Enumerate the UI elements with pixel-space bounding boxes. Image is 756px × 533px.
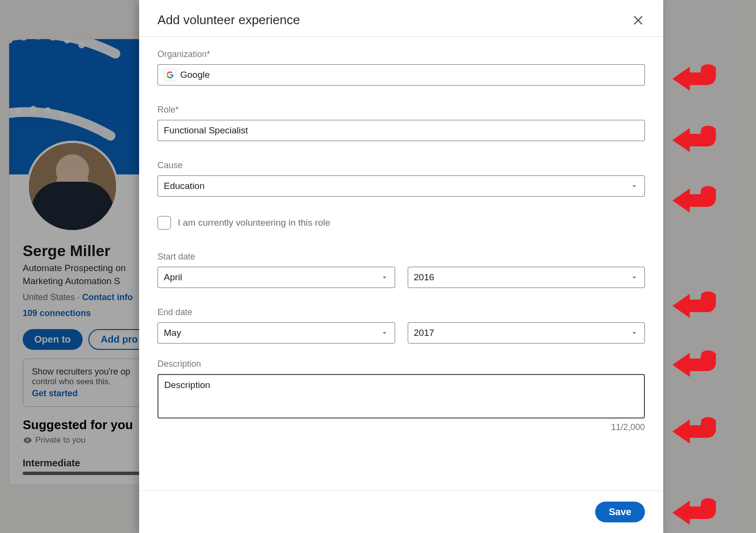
chevron-down-icon xyxy=(380,329,389,337)
start-year-select[interactable]: 2016 xyxy=(408,267,645,288)
end-date-label: End date xyxy=(157,307,645,317)
annotation-arrow xyxy=(672,290,716,322)
annotation-arrow xyxy=(672,416,716,447)
role-label: Role* xyxy=(157,105,645,115)
google-icon xyxy=(164,69,176,81)
role-input[interactable] xyxy=(157,120,645,141)
currently-volunteering-checkbox[interactable] xyxy=(157,216,171,230)
cause-label: Cause xyxy=(157,160,645,171)
organization-label: Organization* xyxy=(157,49,645,59)
annotation-arrow xyxy=(672,497,716,529)
annotation-arrow xyxy=(672,124,716,156)
start-month-select[interactable]: April xyxy=(157,267,395,288)
cause-select[interactable]: Education xyxy=(157,175,645,197)
annotation-arrow xyxy=(672,63,716,95)
close-icon xyxy=(631,14,645,27)
end-year-select[interactable]: 2017 xyxy=(408,322,645,344)
char-count: 11/2,000 xyxy=(157,422,645,432)
chevron-down-icon xyxy=(380,273,389,282)
modal-title: Add volunteer experience xyxy=(157,13,300,28)
description-textarea[interactable] xyxy=(157,374,645,418)
add-volunteer-modal: Add volunteer experience Organization* G… xyxy=(139,0,663,533)
description-label: Description xyxy=(157,359,645,369)
annotation-arrow xyxy=(672,349,716,381)
start-date-label: Start date xyxy=(157,252,645,262)
currently-volunteering-label: I am currently volunteering in this role xyxy=(178,217,330,228)
organization-input[interactable]: Google xyxy=(157,64,645,86)
end-month-select[interactable]: May xyxy=(157,322,395,344)
save-button[interactable]: Save xyxy=(595,502,645,522)
chevron-down-icon xyxy=(630,273,639,282)
chevron-down-icon xyxy=(630,182,639,190)
chevron-down-icon xyxy=(630,329,639,337)
close-button[interactable] xyxy=(631,14,645,27)
annotation-arrow xyxy=(672,185,716,216)
